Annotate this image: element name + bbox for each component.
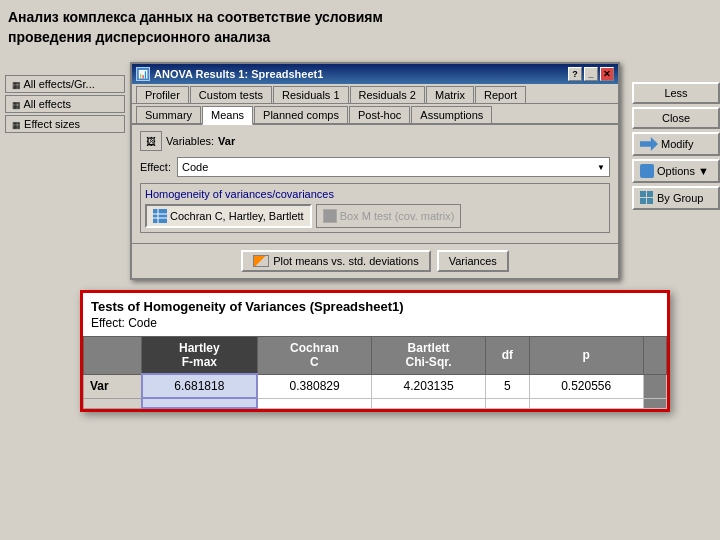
col-header-hartley: Hartley F-max [142,337,258,375]
results-subtitle: Effect: Code [83,316,667,336]
cell-bartlett: 4.203135 [372,374,486,398]
dialog-title: ANOVA Results 1: Spreadsheet1 [154,68,323,80]
test-buttons-row: Cochran C, Hartley, Bartlett Box M test … [145,204,605,228]
tab-planned-comps[interactable]: Planned comps [254,106,348,123]
tab-assumptions[interactable]: Assumptions [411,106,492,123]
plot-means-button[interactable]: Plot means vs. std. deviations [241,250,431,272]
variances-button[interactable]: Variances [437,250,509,272]
effect-label: Effect: [140,161,171,173]
all-effects-group-button[interactable]: ▦ All effects/Gr... [5,75,125,93]
tab-custom-tests[interactable]: Custom tests [190,86,272,103]
variables-icon: 🖼 [140,131,162,151]
tab-profiler[interactable]: Profiler [136,86,189,103]
results-title: Tests of Homogeneity of Variances (Sprea… [83,293,667,316]
cell-extra [643,374,666,398]
top-tab-bar: Profiler Custom tests Residuals 1 Residu… [132,84,618,104]
effect-value: Code [182,161,208,173]
dialog-icon: 📊 [136,67,150,81]
minimize-button[interactable]: _ [584,67,598,81]
results-overlay: Tests of Homogeneity of Variances (Sprea… [80,290,670,412]
tab-report[interactable]: Report [475,86,526,103]
tab-summary[interactable]: Summary [136,106,201,123]
dialog-content: 🖼 Variables: Var Effect: Code ▼ Homogene… [132,125,618,243]
section-title: Homogeneity of variances/covariances [145,188,605,200]
tab-matrix[interactable]: Matrix [426,86,474,103]
by-group-label: By Group [657,192,703,204]
homogeneity-section: Homogeneity of variances/covariances Coc… [140,183,610,233]
page-title: Анализ комплекса данных на соответствие … [8,8,508,47]
svg-rect-0 [153,209,167,223]
table-row: Var 6.681818 0.380829 4.203135 5 0.52055… [84,374,667,398]
empty-extra-1 [643,398,666,408]
svg-rect-5 [640,198,646,204]
less-button[interactable]: Less [632,82,720,104]
cell-p: 0.520556 [529,374,643,398]
effect-sizes-button[interactable]: ▦ Effect sizes [5,115,125,133]
options-button[interactable]: Options ▼ [632,159,720,183]
anova-dialog: 📊 ANOVA Results 1: Spreadsheet1 ? _ ✕ Pr… [130,62,620,280]
options-label: Options ▼ [657,165,709,177]
cell-hartley: 6.681818 [142,374,258,398]
col-header-cochran: Cochran C [257,337,372,375]
cochran-hartley-bartlett-button[interactable]: Cochran C, Hartley, Bartlett [145,204,312,228]
col-header-bartlett: Bartlett Chi-Sqr. [372,337,486,375]
empty-df-1 [485,398,529,408]
title-line2: проведения дисперсионного анализа [8,29,270,45]
empty-label-1 [84,398,142,408]
by-group-icon [640,191,654,205]
plot-icon [253,255,269,267]
svg-rect-4 [640,191,646,197]
table-icon [153,209,167,223]
box-m-icon [323,209,337,223]
empty-row-1 [84,398,667,408]
variances-label: Variances [449,255,497,267]
box-m-btn-label: Box M test (cov. matrix) [340,210,455,222]
dialog-titlebar: 📊 ANOVA Results 1: Spreadsheet1 ? _ ✕ [132,64,618,84]
close-titlebar-button[interactable]: ✕ [600,67,614,81]
table-header-row: Hartley F-max Cochran C Bartlett Chi-Sqr… [84,337,667,375]
dropdown-arrow-icon: ▼ [597,163,605,172]
titlebar-left: 📊 ANOVA Results 1: Spreadsheet1 [136,67,323,81]
titlebar-controls: ? _ ✕ [568,67,614,81]
empty-hartley-1 [142,398,258,408]
bottom-buttons: Plot means vs. std. deviations Variances [132,243,618,278]
effect-dropdown[interactable]: Code ▼ [177,157,610,177]
left-panel: ▦ All effects/Gr... ▦ All effects ▦ Effe… [5,75,125,135]
tab-residuals2[interactable]: Residuals 2 [350,86,425,103]
all-effects-button[interactable]: ▦ All effects [5,95,125,113]
plot-label: Plot means vs. std. deviations [273,255,419,267]
col-header-p: p [529,337,643,375]
tab-post-hoc[interactable]: Post-hoc [349,106,410,123]
col-header-empty [84,337,142,375]
empty-bartlett-1 [372,398,486,408]
bottom-tab-bar: Summary Means Planned comps Post-hoc Ass… [132,104,618,125]
help-button[interactable]: ? [568,67,582,81]
modify-label: Modify [661,138,693,150]
variables-label: Variables: [166,135,214,147]
variables-row: 🖼 Variables: Var [140,131,610,151]
variables-value: Var [218,135,235,147]
empty-cochran-1 [257,398,372,408]
svg-rect-7 [647,198,653,204]
cochran-btn-label: Cochran C, Hartley, Bartlett [170,210,304,222]
right-panel: OK Less Cancel Close Modify Options ▼ By… [632,82,712,210]
tab-residuals1[interactable]: Residuals 1 [273,86,348,103]
cell-df: 5 [485,374,529,398]
col-header-df: df [485,337,529,375]
by-group-button[interactable]: By Group [632,186,720,210]
effect-row: Effect: Code ▼ [140,157,610,177]
modify-button[interactable]: Modify [632,132,720,156]
close-button[interactable]: Close [632,107,720,129]
modify-icon [640,137,658,151]
options-icon [640,164,654,178]
row-label-var: Var [84,374,142,398]
tab-means[interactable]: Means [202,106,253,125]
empty-p-1 [529,398,643,408]
box-m-test-button: Box M test (cov. matrix) [316,204,462,228]
svg-rect-6 [647,191,653,197]
col-header-extra [643,337,666,375]
title-line1: Анализ комплекса данных на соответствие … [8,9,383,25]
cell-cochran: 0.380829 [257,374,372,398]
results-table: Hartley F-max Cochran C Bartlett Chi-Sqr… [83,336,667,409]
